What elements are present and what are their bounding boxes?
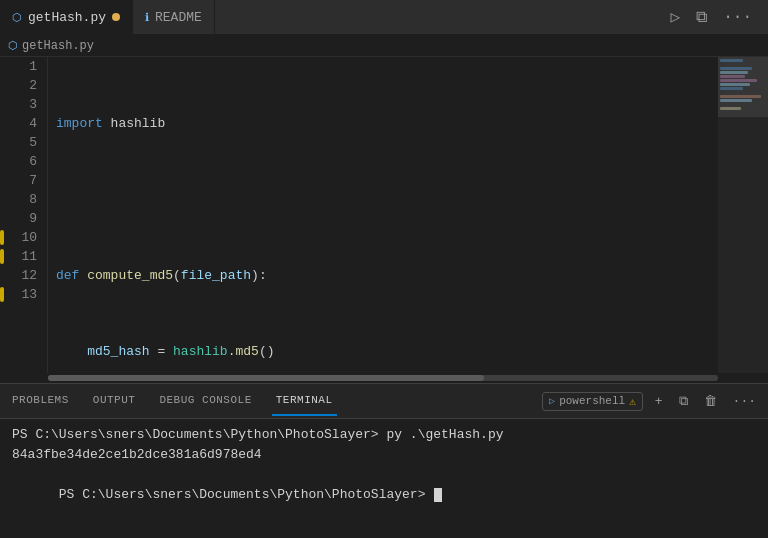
minimap-line bbox=[720, 63, 725, 66]
modified-indicator bbox=[112, 13, 120, 21]
terminal-cursor bbox=[434, 488, 442, 502]
terminal-line-3: PS C:\Users\sners\Documents\Python\Photo… bbox=[12, 465, 756, 525]
python-icon: ⬡ bbox=[12, 11, 22, 24]
scrollbar-thumb[interactable] bbox=[48, 375, 484, 381]
line-num-2: 2 bbox=[0, 76, 37, 95]
warning-marker-11 bbox=[0, 249, 4, 264]
line-num-1: 1 bbox=[0, 57, 37, 76]
warning-icon: ⚠ bbox=[629, 395, 636, 408]
split-editor-button[interactable]: ⧉ bbox=[692, 6, 711, 29]
minimap-line bbox=[720, 75, 745, 78]
terminal-content[interactable]: PS C:\Users\sners\Documents\Python\Photo… bbox=[0, 419, 768, 538]
breadcrumb-icon: ⬡ bbox=[8, 39, 18, 52]
more-actions-button[interactable]: ··· bbox=[719, 6, 756, 28]
minimap-line bbox=[720, 79, 757, 82]
powershell-icon: ▷ bbox=[549, 395, 555, 407]
code-editor[interactable]: import hashlib def compute_md5 ( file_pa… bbox=[48, 57, 718, 373]
warning-marker-13 bbox=[0, 287, 4, 302]
line-num-4: 4 bbox=[0, 114, 37, 133]
minimap-canvas bbox=[718, 57, 768, 373]
tab-terminal[interactable]: TERMINAL bbox=[272, 386, 337, 416]
minimap-line bbox=[720, 95, 761, 98]
minimap-line bbox=[720, 67, 752, 70]
line-num-3: 3 bbox=[0, 95, 37, 114]
minimap-line bbox=[720, 107, 741, 110]
run-button[interactable]: ▷ bbox=[667, 5, 685, 29]
line-num-12: 12 bbox=[0, 266, 37, 285]
line-num-5: 5 bbox=[0, 133, 37, 152]
minimap-line bbox=[720, 87, 743, 90]
code-line-2 bbox=[56, 190, 718, 209]
breadcrumb: ⬡ getHash.py bbox=[0, 35, 768, 57]
line-num-10: 10 bbox=[0, 228, 37, 247]
terminal-line-1: PS C:\Users\sners\Documents\Python\Photo… bbox=[12, 425, 756, 445]
line-num-9: 9 bbox=[0, 209, 37, 228]
editor-area: 1 2 3 4 5 6 7 8 9 10 11 12 13 import has… bbox=[0, 57, 768, 373]
line-numbers: 1 2 3 4 5 6 7 8 9 10 11 12 13 bbox=[0, 57, 48, 373]
minimap[interactable] bbox=[718, 57, 768, 373]
tab-debug-console[interactable]: DEBUG CONSOLE bbox=[155, 386, 255, 416]
info-icon: ℹ bbox=[145, 11, 149, 24]
powershell-label: powershell bbox=[559, 395, 625, 407]
warning-marker-10 bbox=[0, 230, 4, 245]
minimap-line bbox=[720, 71, 748, 74]
line-num-11: 11 bbox=[0, 247, 37, 266]
powershell-badge[interactable]: ▷ powershell ⚠ bbox=[542, 392, 643, 411]
line-num-7: 7 bbox=[0, 171, 37, 190]
panel-tab-actions: ▷ powershell ⚠ + ⧉ 🗑 ··· bbox=[542, 392, 760, 411]
editor-scrollbar[interactable] bbox=[0, 373, 768, 383]
panel: PROBLEMS OUTPUT DEBUG CONSOLE TERMINAL ▷… bbox=[0, 383, 768, 538]
trash-button[interactable]: 🗑 bbox=[700, 392, 721, 411]
tab-getHash[interactable]: ⬡ getHash.py bbox=[0, 0, 133, 35]
minimap-line bbox=[720, 91, 725, 94]
tab-problems[interactable]: PROBLEMS bbox=[8, 386, 73, 416]
code-line-1: import hashlib bbox=[56, 114, 718, 133]
code-line-4: md5_hash = hashlib . md5 () bbox=[56, 342, 718, 361]
tab-readme[interactable]: ℹ README bbox=[133, 0, 215, 35]
minimap-line bbox=[720, 59, 743, 62]
more-panel-actions-button[interactable]: ··· bbox=[729, 392, 760, 411]
line-num-8: 8 bbox=[0, 190, 37, 209]
tab-bar: ⬡ getHash.py ℹ README ▷ ⧉ ··· bbox=[0, 0, 768, 35]
minimap-line bbox=[720, 103, 725, 106]
tab-label: getHash.py bbox=[28, 10, 106, 25]
keyword: import bbox=[56, 114, 103, 133]
breadcrumb-label: getHash.py bbox=[22, 39, 94, 53]
terminal-line-2: 84a3fbe34de2ce1b2dce381a6d978ed4 bbox=[12, 445, 756, 465]
minimap-line bbox=[720, 99, 752, 102]
tab-actions: ▷ ⧉ ··· bbox=[667, 5, 768, 29]
line-num-13: 13 bbox=[0, 285, 37, 304]
code-line-3: def compute_md5 ( file_path ): bbox=[56, 266, 718, 285]
line-num-6: 6 bbox=[0, 152, 37, 171]
add-terminal-button[interactable]: + bbox=[651, 392, 667, 411]
terminal-prompt: PS C:\Users\sners\Documents\Python\Photo… bbox=[59, 487, 433, 502]
scrollbar-track bbox=[48, 375, 718, 381]
minimap-line bbox=[720, 83, 750, 86]
tab-label: README bbox=[155, 10, 202, 25]
panel-tabs: PROBLEMS OUTPUT DEBUG CONSOLE TERMINAL ▷… bbox=[0, 384, 768, 419]
tab-output[interactable]: OUTPUT bbox=[89, 386, 140, 416]
split-terminal-button[interactable]: ⧉ bbox=[675, 392, 692, 411]
